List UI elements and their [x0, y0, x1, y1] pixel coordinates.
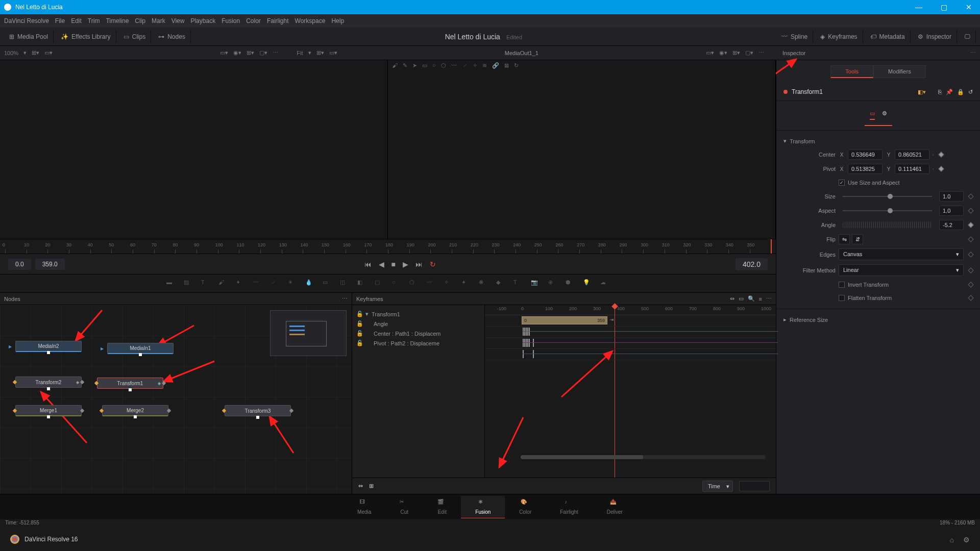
page-tab-color[interactable]: 🎨Color: [505, 496, 546, 518]
menu-workspace[interactable]: Workspace: [295, 17, 326, 24]
dual-monitor-button[interactable]: 🖵: [959, 30, 976, 43]
menu-davinci[interactable]: DaVinci Resolve: [4, 17, 49, 24]
center-y-input[interactable]: [895, 149, 929, 160]
tool-arrow-icon[interactable]: ➤: [412, 62, 417, 69]
spline-button[interactable]: 〰Spline: [776, 30, 813, 43]
play-reverse-button[interactable]: ◀: [379, 260, 384, 268]
flatten-keyframe-toggle[interactable]: [968, 295, 973, 300]
menu-file[interactable]: File: [55, 17, 65, 24]
kf-tree-row[interactable]: 🔓Angle: [354, 319, 482, 329]
refsize-section-header[interactable]: ▸ Reference Size: [783, 313, 973, 326]
last-frame-button[interactable]: ⏭: [415, 260, 423, 268]
size-input[interactable]: [939, 191, 964, 202]
tool-bezier-icon[interactable]: ⟋: [462, 62, 468, 69]
kf-footer-spread-icon[interactable]: ⇔: [358, 483, 363, 489]
tool-link-icon[interactable]: 🔗: [492, 62, 499, 69]
zoom-dropdown[interactable]: 100%: [4, 50, 18, 56]
viewer2-lut-icon[interactable]: ⊞▾: [316, 49, 324, 56]
nodes-button[interactable]: ⊶Nodes: [153, 30, 191, 43]
transform-section-header[interactable]: ▾ Transform: [783, 135, 973, 147]
inspector-lock-icon[interactable]: 🔒: [957, 89, 964, 95]
media-pool-button[interactable]: ⊞Media Pool: [4, 30, 54, 43]
fastnoise-node-icon[interactable]: ▨: [184, 279, 193, 288]
nodes-canvas[interactable]: ▶MediaIn2▶MediaIn1Transform2◆Transform1◆…: [0, 305, 352, 494]
kf-more-icon[interactable]: ⋯: [766, 295, 772, 302]
aspect-input[interactable]: [939, 206, 964, 216]
kf-filter-icon[interactable]: ≡: [759, 296, 762, 302]
fog-icon[interactable]: ☁: [600, 279, 609, 288]
flip-horizontal-button[interactable]: ⇋: [839, 234, 850, 244]
viewer1-layout-icon[interactable]: ▭▾: [220, 49, 228, 56]
loop-button[interactable]: ↻: [430, 260, 436, 268]
node-merge1[interactable]: Merge1: [15, 405, 82, 416]
menu-view[interactable]: View: [172, 17, 185, 24]
inspector-controls-tab-icon[interactable]: ▭: [870, 110, 875, 120]
tool-paint-icon[interactable]: ≋: [482, 62, 487, 69]
viewer1-channel-icon[interactable]: ◉▾: [233, 49, 241, 56]
viewer2-roi-icon[interactable]: ▢▾: [745, 49, 753, 56]
blur-node-icon[interactable]: 〰: [253, 279, 262, 288]
tool-rect-icon[interactable]: ▭: [422, 62, 427, 69]
edges-keyframe-toggle[interactable]: [968, 252, 973, 257]
pivot-prev-kf[interactable]: ‹: [933, 167, 934, 171]
minimize-button[interactable]: —: [911, 3, 926, 11]
viewer1-roi-icon[interactable]: ▢▾: [259, 49, 267, 56]
page-tab-edit[interactable]: 🎬Edit: [423, 496, 461, 518]
kf-tree-row[interactable]: 🔓▾Transform1: [354, 309, 482, 319]
flatten-transform-checkbox[interactable]: [839, 295, 845, 301]
viewer2-options-icon[interactable]: ▭▾: [329, 49, 337, 56]
inspector-pin-icon[interactable]: 📌: [946, 89, 953, 95]
current-frame[interactable]: 402.0: [736, 258, 768, 270]
viewer-lut-icon[interactable]: ⊞▾: [32, 49, 39, 56]
nodes-navigator[interactable]: [270, 310, 347, 356]
kf-footer-grid-icon[interactable]: ⊞: [369, 483, 374, 489]
center-x-input[interactable]: [848, 149, 883, 160]
inspector-node-enabled-led[interactable]: [783, 90, 788, 94]
size-keyframe-toggle[interactable]: [968, 193, 973, 199]
invert-keyframe-toggle[interactable]: [968, 282, 973, 287]
node-transform1[interactable]: Transform1◆: [97, 378, 163, 389]
keyframes-timeline[interactable]: -10001002003004005006007008009001000 035…: [485, 305, 776, 478]
aspect-keyframe-toggle[interactable]: [968, 208, 973, 213]
viewer-options-icon[interactable]: ▭▾: [44, 49, 53, 56]
pivot-x-input[interactable]: [848, 164, 883, 174]
paint-node-icon[interactable]: 🖌: [218, 279, 228, 288]
sharpen-node-icon[interactable]: ⟋: [271, 279, 280, 288]
light-icon[interactable]: 💡: [583, 279, 592, 288]
merge-node-icon[interactable]: ◫: [340, 279, 349, 288]
nodes-panel-more-icon[interactable]: ⋯: [342, 295, 348, 302]
angle-keyframe-toggle[interactable]: [968, 222, 973, 228]
node-merge2[interactable]: Merge2: [102, 405, 168, 416]
menu-clip[interactable]: Clip: [135, 17, 145, 24]
mask-poly-icon[interactable]: ⬠: [409, 279, 419, 288]
tool-ellipse-icon[interactable]: ○: [432, 62, 436, 69]
close-button[interactable]: ✕: [962, 3, 976, 11]
menu-timeline[interactable]: Timeline: [106, 17, 129, 24]
pemitter-icon[interactable]: ✦: [461, 279, 471, 288]
menu-edit[interactable]: Edit: [71, 17, 82, 24]
stop-button[interactable]: ■: [391, 260, 396, 268]
range-start[interactable]: 0.0: [8, 259, 31, 270]
text-node-icon[interactable]: T: [201, 279, 210, 288]
node-transform3[interactable]: Transform3: [225, 405, 291, 416]
page-tab-fairlight[interactable]: ♪Fairlight: [546, 496, 593, 518]
maximize-button[interactable]: ▢: [937, 3, 951, 11]
menu-fusion[interactable]: Fusion: [222, 17, 240, 24]
inspector-button[interactable]: ⚙Inspector: [913, 30, 957, 43]
clips-button[interactable]: ▭Clips: [118, 30, 152, 43]
viewer2-layout-icon[interactable]: ▭▾: [706, 49, 714, 56]
center-keyframe-toggle[interactable]: [938, 152, 944, 157]
inspector-settings-tab-icon[interactable]: ⚙: [882, 110, 887, 120]
text3d-icon[interactable]: T: [513, 279, 523, 288]
timeline-ruler[interactable]: 0102030405060708090100110120130140150160…: [0, 239, 776, 254]
mask-bspline-icon[interactable]: 〰: [427, 279, 436, 288]
aspect-slider[interactable]: [843, 210, 932, 211]
range-end[interactable]: 359.0: [35, 259, 65, 270]
node-transform2[interactable]: Transform2◆: [15, 377, 82, 388]
home-button[interactable]: ⌂: [950, 536, 954, 544]
kf-tree-row[interactable]: 🔓Pivot : Path2 : Displaceme: [354, 338, 482, 348]
filter-dropdown[interactable]: Linear▾: [839, 264, 964, 276]
angle-input[interactable]: [939, 220, 964, 230]
tool-refresh-icon[interactable]: ↻: [514, 62, 519, 69]
kf-fit-icon[interactable]: ▭: [739, 295, 744, 302]
